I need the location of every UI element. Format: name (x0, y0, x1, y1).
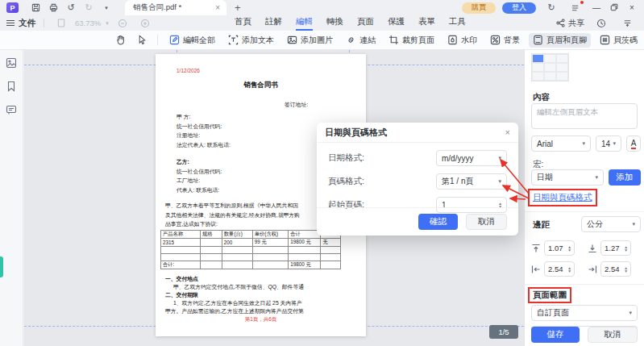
stepper-arrows-icon[interactable]: ▴▾ (625, 245, 627, 252)
margin-left-icon (531, 265, 541, 274)
minimize-icon[interactable]: — (591, 3, 602, 12)
margin-right-input[interactable]: 2.54 ▴▾ (600, 261, 631, 277)
header-text-input[interactable]: 編輯左側頁眉文本 (531, 103, 638, 129)
add-macro-button[interactable]: 添加 (609, 169, 641, 186)
add-image-icon (287, 35, 297, 45)
date-format-label: 日期格式: (328, 152, 364, 164)
crop-page-button[interactable]: 裁剪頁面 (384, 33, 438, 48)
chevron-down-icon: ▾ (632, 221, 635, 227)
dialog-cancel-button[interactable]: 取消 (466, 214, 507, 230)
date-format-dropdown[interactable]: m/d/yyyy ▾ (436, 150, 507, 166)
notification-icon[interactable] (569, 2, 582, 14)
table-row (161, 254, 341, 261)
buy-button[interactable]: 購買 (462, 2, 496, 14)
font-family-dropdown[interactable]: Arial ▾ (531, 135, 591, 152)
bookmark-icon[interactable] (6, 81, 18, 93)
macro-label: 宏: (533, 159, 543, 170)
feedback-tab[interactable] (0, 256, 3, 277)
margin-left-input[interactable]: 2.54 ▴▾ (544, 261, 575, 277)
document-tab[interactable]: 销售合同.pdf * × (125, 0, 226, 15)
watermark-button[interactable]: 水印 (443, 33, 481, 48)
cursor-icon (137, 35, 147, 45)
menu-convert[interactable]: 轉換 (326, 16, 343, 31)
background-button[interactable]: 背景 (486, 33, 524, 48)
page-format-dropdown[interactable]: 第1 / n頁 ▾ (436, 173, 507, 190)
sign-address: 签订地址: (285, 101, 308, 109)
margin-bottom-control: 1.27 ▴▾ (588, 240, 631, 256)
add-image-button[interactable]: 添加圖片 (283, 33, 337, 48)
app-logo-icon[interactable]: P (6, 2, 19, 13)
page-footer-number: 第1頁，共6頁 (156, 316, 366, 323)
zoom-value[interactable]: 63.73% (75, 19, 101, 27)
comment-icon[interactable] (6, 104, 18, 116)
stepper-arrows-icon[interactable]: ▴▾ (625, 266, 627, 273)
save-button[interactable]: 儲存 (531, 327, 580, 343)
date-page-format-link[interactable]: 日期與頁碼格式 (530, 190, 596, 205)
redo-icon[interactable]: ↻ (82, 2, 95, 14)
zoom-out-icon[interactable] (116, 17, 129, 29)
margin-bottom-input[interactable]: 1.27 ▴▾ (600, 240, 631, 256)
select-tool[interactable] (135, 33, 149, 47)
share-button[interactable]: 共享 (556, 18, 584, 29)
add-text-button[interactable]: 添加文本 (224, 33, 278, 48)
party-a-block: 甲 方: 统一社会信用代码: 注册地址: 法定代表人: 联系电话: (177, 112, 231, 149)
background-icon (490, 35, 501, 45)
menu-tools[interactable]: 工具 (449, 16, 466, 31)
thumbnails-icon[interactable] (6, 57, 18, 69)
stepper-arrows-icon[interactable]: ▴▾ (568, 266, 571, 273)
close-icon[interactable]: × (626, 3, 638, 12)
stepper-arrows-icon[interactable]: ▴▾ (568, 245, 571, 252)
hand-tool[interactable] (113, 33, 128, 47)
content-section-label: 內容 (533, 92, 550, 103)
divider (525, 284, 644, 285)
menu-form[interactable]: 表單 (418, 16, 435, 31)
bates-icon (600, 35, 610, 45)
restore-icon[interactable] (609, 3, 620, 13)
clock-icon[interactable] (595, 17, 608, 29)
table-row (161, 247, 341, 254)
panel-cancel-button[interactable]: 取消 (588, 327, 638, 343)
divider (157, 35, 158, 45)
page-range-dropdown[interactable]: 自訂頁面 ▾ (531, 305, 638, 321)
menu-edit[interactable]: 編輯 (296, 16, 313, 31)
menu-home[interactable]: 首頁 (235, 16, 251, 31)
link-button[interactable]: 連結 (342, 33, 380, 48)
position-selector-grid[interactable] (531, 53, 569, 81)
edit-all-button[interactable]: 編輯全部 (165, 33, 219, 48)
font-color-button[interactable]: A (626, 135, 641, 152)
bates-number-button[interactable]: 貝茨碼 (596, 33, 642, 48)
page-format-label: 頁碼格式: (328, 176, 364, 187)
header-footer-button[interactable]: 頁眉和頁腳 (529, 33, 591, 48)
add-text-icon (228, 35, 239, 45)
page-header-date: 1/12/2026 (177, 68, 200, 73)
history-caret-icon[interactable]: ▾ (100, 2, 113, 14)
edit-all-icon (169, 35, 180, 45)
menu-comment[interactable]: 註解 (265, 16, 282, 31)
position-cell-selected[interactable] (532, 54, 544, 63)
undo-icon[interactable]: ↺ (64, 2, 77, 14)
font-size-dropdown[interactable]: 14 ▾ (596, 135, 621, 152)
macro-dropdown[interactable]: 日期 ▾ (531, 169, 604, 186)
zoom-caret-icon[interactable]: ▾ (106, 20, 109, 27)
zoom-in-icon[interactable] (139, 17, 152, 29)
menu-page[interactable]: 頁面 (357, 16, 374, 31)
notification-dot (580, 1, 584, 4)
file-menu[interactable]: 文件 (6, 18, 35, 29)
confirm-button[interactable]: 確認 (418, 214, 458, 230)
dialog-title: 日期與頁碼格式 (325, 127, 387, 139)
page-fit-icon[interactable] (55, 17, 68, 29)
login-button[interactable]: 登入 (502, 2, 536, 14)
margin-top-input[interactable]: 1.07 ▴▾ (544, 240, 575, 256)
unit-dropdown[interactable]: 公分 ▾ (581, 216, 641, 232)
sync-icon[interactable]: ↻ (545, 2, 558, 14)
dialog-close-icon[interactable]: × (505, 127, 510, 137)
print-icon[interactable] (47, 2, 60, 14)
menu-protect[interactable]: 保護 (388, 16, 405, 31)
collapse-toolbar-icon[interactable] (621, 17, 634, 29)
save-icon[interactable] (29, 2, 42, 14)
header-footer-icon (533, 35, 543, 45)
margin-top-control: 1.07 ▴▾ (531, 240, 575, 256)
tab-close-icon[interactable]: × (214, 3, 222, 12)
new-tab-icon[interactable]: + (235, 2, 241, 14)
margins-section-label: 邊距 (533, 219, 550, 231)
